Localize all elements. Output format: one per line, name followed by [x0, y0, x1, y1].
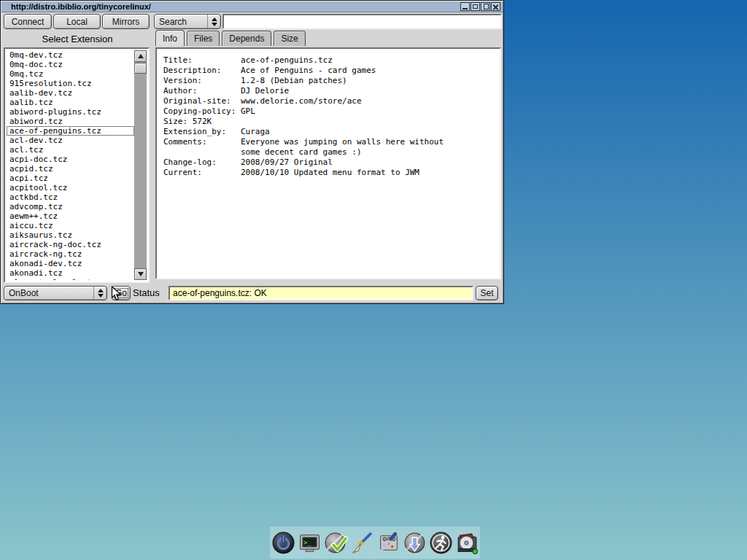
- tab-files[interactable]: Files: [187, 31, 220, 46]
- minimize-icon[interactable]: [460, 2, 470, 11]
- tab-info[interactable]: Info: [155, 30, 185, 46]
- package-item[interactable]: aalib-dev.tcz: [7, 88, 134, 98]
- tab-size[interactable]: Size: [274, 31, 305, 46]
- chevron-updown-icon: [207, 15, 220, 28]
- tab-bar: InfoFilesDependsSize: [155, 30, 306, 46]
- package-item[interactable]: acpi.tcz: [7, 174, 134, 183]
- run-icon[interactable]: [428, 529, 454, 556]
- search-dropdown[interactable]: Search: [154, 14, 221, 29]
- package-listbox: 0mq-dev.tcz0mq-doc.tcz0mq.tcz915resoluti…: [4, 47, 150, 283]
- window-title: http://distro.ibiblio.org/tinycorelinux/: [11, 1, 151, 12]
- window-titlebar[interactable]: http://distro.ibiblio.org/tinycorelinux/: [1, 1, 503, 12]
- mirrors-button[interactable]: Mirrors: [102, 14, 150, 29]
- search-dropdown-label: Search: [155, 17, 207, 27]
- package-item[interactable]: acpid.tcz: [7, 164, 134, 174]
- appbrowser-window: http://distro.ibiblio.org/tinycorelinux/…: [0, 0, 504, 304]
- info-panel: Title: ace-of-penguins.tcz Description: …: [155, 47, 501, 279]
- package-item[interactable]: 0mq-dev.tcz: [7, 50, 134, 60]
- status-label: Status: [133, 287, 160, 298]
- package-item[interactable]: 915resolution.tcz: [7, 79, 134, 88]
- select-extension-label: Select Extension: [1, 34, 154, 44]
- package-item[interactable]: 0mq-doc.tcz: [7, 60, 134, 69]
- wbar-dock: >_: [270, 526, 480, 559]
- set-button[interactable]: Set: [476, 286, 498, 300]
- scroll-up-icon[interactable]: [134, 50, 147, 62]
- list-scrollbar[interactable]: [134, 50, 147, 280]
- package-item[interactable]: aalib.tcz: [7, 98, 134, 107]
- package-item[interactable]: aiccu.tcz: [7, 221, 134, 230]
- package-item[interactable]: acl.tcz: [7, 145, 134, 155]
- local-button[interactable]: Local: [53, 14, 101, 29]
- package-item[interactable]: akonadi-dev.tcz: [7, 259, 134, 268]
- package-item[interactable]: akonadi.tcz: [7, 268, 134, 278]
- power-icon[interactable]: [271, 529, 296, 556]
- window-controls: [460, 2, 500, 11]
- chevron-updown-icon: [93, 287, 107, 300]
- terminal-icon[interactable]: >_: [297, 529, 322, 556]
- package-item[interactable]: acl-dev.tcz: [7, 136, 134, 145]
- package-info-text: Title: ace-of-penguins.tcz Description: …: [157, 49, 500, 178]
- status-field[interactable]: ace-of-penguins.tcz: OK: [169, 286, 473, 300]
- package-item[interactable]: 0mq.tcz: [7, 69, 134, 79]
- tab-depends[interactable]: Depends: [222, 31, 271, 46]
- install-mode-dropdown[interactable]: OnBoot: [4, 286, 107, 300]
- package-item[interactable]: abiword.tcz: [7, 117, 134, 126]
- package-item[interactable]: acpi-doc.tcz: [7, 155, 134, 164]
- restore-icon[interactable]: [481, 2, 490, 11]
- package-item[interactable]: advcomp.tcz: [7, 202, 134, 211]
- package-item[interactable]: ace-of-penguins.tcz: [7, 126, 134, 136]
- package-item[interactable]: aiksaurus.tcz: [7, 230, 134, 240]
- go-button[interactable]: Go: [112, 286, 131, 300]
- apps-check-icon[interactable]: [323, 529, 349, 556]
- control-panel-icon[interactable]: [376, 529, 401, 556]
- scrollbar-thumb[interactable]: [134, 63, 147, 74]
- apps-install-icon[interactable]: [402, 529, 427, 556]
- paint-icon[interactable]: [349, 529, 375, 556]
- package-item[interactable]: actkbd.tcz: [7, 192, 134, 202]
- svg-text:>_: >_: [303, 538, 311, 545]
- package-item[interactable]: aewm++.tcz: [7, 211, 134, 221]
- maximize-icon[interactable]: [471, 2, 480, 11]
- package-item[interactable]: abiword-plugins.tcz: [7, 107, 134, 117]
- install-mode-value: OnBoot: [4, 288, 93, 298]
- package-list: 0mq-dev.tcz0mq-doc.tcz0mq.tcz915resoluti…: [7, 50, 134, 280]
- scroll-down-icon[interactable]: [134, 268, 147, 280]
- search-input[interactable]: [222, 14, 502, 29]
- package-item[interactable]: acpitool.tcz: [7, 183, 134, 192]
- package-item[interactable]: aircrack-ng-doc.tcz: [7, 240, 134, 249]
- close-icon[interactable]: [491, 2, 500, 11]
- package-item[interactable]: aircrack-ng.tcz: [7, 249, 134, 259]
- package-item[interactable]: alacarte-locale.tcz: [7, 278, 134, 280]
- desktop: http://distro.ibiblio.org/tinycorelinux/…: [0, 0, 747, 560]
- connect-button[interactable]: Connect: [4, 14, 52, 29]
- mount-tool-icon[interactable]: [454, 529, 480, 556]
